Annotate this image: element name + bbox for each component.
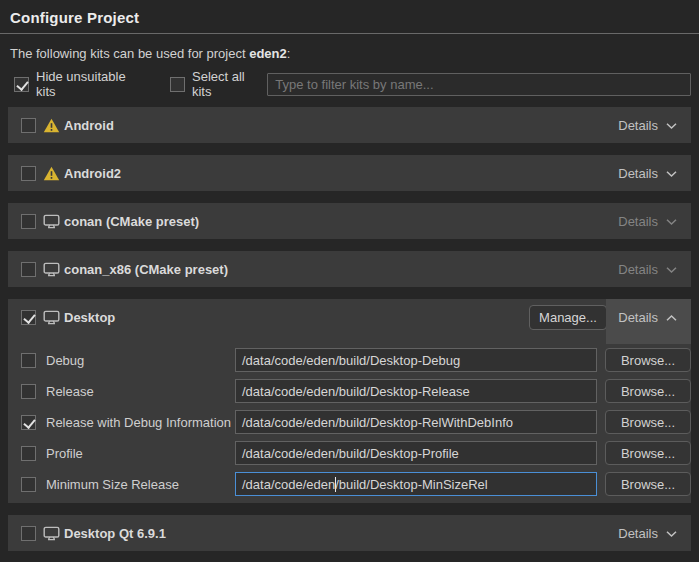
build-config-list: Debug /data/code/eden/build/Desktop-Debu… [8,335,691,503]
page-title: Configure Project [0,0,699,26]
kit-checkbox[interactable] [21,526,36,541]
hide-unsuitable-kits-checkbox[interactable] [14,77,29,92]
build-config-row: Release /data/code/eden/build/Desktop-Re… [8,379,691,403]
browse-button[interactable]: Browse... [605,348,691,372]
kit-row: Desktop Qt 6.9.1 Details [8,515,691,551]
build-dir-input[interactable]: /data/code/eden/build/Desktop-MinSizeRel [235,472,597,496]
browse-button[interactable]: Browse... [605,379,691,403]
configure-project-page: Configure Project The following kits can… [0,0,699,562]
chevron-down-icon [665,526,678,541]
build-dir-input[interactable]: /data/code/eden/build/Desktop-Release [235,379,597,403]
select-all-kits-checkbox[interactable] [170,77,185,92]
build-config-checkbox[interactable] [21,446,36,461]
desktop-icon [43,214,60,229]
build-dir-input[interactable]: /data/code/eden/build/Desktop-Debug [235,348,597,372]
kit-list: Android Details Android2 Details [8,107,691,551]
build-config-checkbox[interactable] [21,477,36,492]
build-config-row: Release with Debug Information /data/cod… [8,410,691,434]
kit-header: Desktop Qt 6.9.1 Details [8,515,691,551]
build-config-label: Release [40,384,235,399]
details-label: Details [618,262,658,277]
details-button[interactable]: Details [606,155,691,191]
chevron-up-icon [665,310,678,325]
kit-row: Android2 Details [8,155,691,191]
kit-name: conan (CMake preset) [64,214,199,229]
build-config-checkbox[interactable] [21,415,36,430]
build-config-row: Profile /data/code/eden/build/Desktop-Pr… [8,441,691,465]
kit-name: Desktop Qt 6.9.1 [64,526,166,541]
details-button[interactable]: Details [606,251,691,287]
build-config-row: Minimum Size Release /data/code/eden/bui… [8,472,691,496]
build-config-checkbox[interactable] [21,384,36,399]
kit-checkbox[interactable] [21,262,36,277]
details-button[interactable]: Details [606,299,691,344]
desktop-icon [43,526,60,541]
details-button[interactable]: Details [606,107,691,143]
kit-name: Desktop [64,310,115,325]
build-config-label: Release with Debug Information [40,415,235,430]
kit-name: conan_x86 (CMake preset) [64,262,228,277]
kit-header: Android Details [8,107,691,143]
chevron-down-icon [665,214,678,229]
details-label: Details [618,214,658,229]
intro-text: The following kits can be used for proje… [10,46,699,61]
browse-button[interactable]: Browse... [605,441,691,465]
kit-checkbox[interactable] [21,214,36,229]
warning-icon [43,166,60,181]
build-config-row: Debug /data/code/eden/build/Desktop-Debu… [8,348,691,372]
kit-controls: Hide unsuitable kits Select all kits [14,72,691,96]
details-button[interactable]: Details [606,203,691,239]
details-label: Details [618,310,658,325]
kit-filter-input[interactable] [267,73,691,96]
build-config-label: Minimum Size Release [40,477,235,492]
select-all-kits-option: Select all kits [170,69,267,99]
kit-row: Android Details [8,107,691,143]
kit-header: Desktop Manage... Details [8,299,691,335]
kit-name: Android [64,118,114,133]
desktop-icon [43,262,60,277]
details-button[interactable]: Details [606,515,691,551]
manage-kits-button[interactable]: Manage... [529,305,607,330]
browse-button[interactable]: Browse... [605,410,691,434]
details-label: Details [618,526,658,541]
kit-checkbox[interactable] [21,118,36,133]
chevron-down-icon [665,118,678,133]
hide-unsuitable-kits-label: Hide unsuitable kits [36,69,148,99]
build-config-label: Debug [40,353,235,368]
kit-header: Android2 Details [8,155,691,191]
browse-button[interactable]: Browse... [605,472,691,496]
title-separator [0,33,699,34]
warning-icon [43,118,60,133]
build-dir-input[interactable]: /data/code/eden/build/Desktop-RelWithDeb… [235,410,597,434]
kit-name: Android2 [64,166,121,181]
hide-unsuitable-kits-option: Hide unsuitable kits [14,69,148,99]
kit-checkbox[interactable] [21,166,36,181]
kit-checkbox[interactable] [21,310,36,325]
project-name: eden2 [249,46,287,61]
kit-row: conan (CMake preset) Details [8,203,691,239]
desktop-icon [43,310,60,325]
kit-header: conan_x86 (CMake preset) Details [8,251,691,287]
build-config-label: Profile [40,446,235,461]
build-config-checkbox[interactable] [21,353,36,368]
kit-row: Desktop Manage... Details Debug /data/co… [8,299,691,503]
kit-row: conan_x86 (CMake preset) Details [8,251,691,287]
chevron-down-icon [665,166,678,181]
select-all-kits-label: Select all kits [192,69,267,99]
details-label: Details [618,118,658,133]
details-label: Details [618,166,658,181]
build-dir-input[interactable]: /data/code/eden/build/Desktop-Profile [235,441,597,465]
chevron-down-icon [665,262,678,277]
kit-header: conan (CMake preset) Details [8,203,691,239]
